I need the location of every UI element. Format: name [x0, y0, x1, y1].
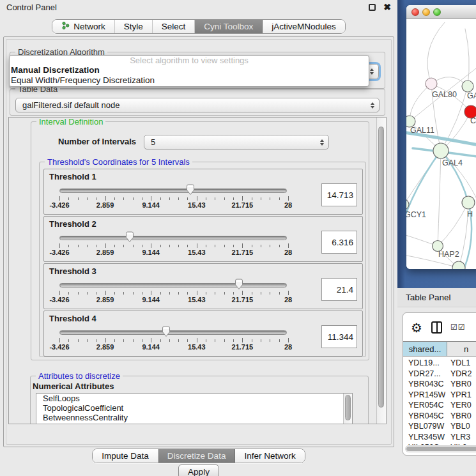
table-row[interactable]: YER054CYER0	[403, 400, 476, 411]
attribute-item[interactable]: SelfLoops	[36, 394, 352, 403]
table-row[interactable]: YPR145WYPR1	[403, 390, 476, 401]
desktop-right: GAL80GACGAL11GAL4GCY1HHAP2 Table Panel ⚙…	[397, 0, 476, 476]
algorithm-option[interactable]: Equal Width/Frequency Discretization	[10, 75, 369, 86]
cyni-toolbox-panel: Discretization Algorithm Table Data galF…	[3, 36, 394, 447]
threshold-2-box: Threshold 2-3.4262.8599.14415.4321.71528…	[43, 216, 363, 262]
combo-stepper-icon	[370, 65, 374, 79]
slider-tick-labels: -3.4262.8599.14415.4321.71528	[59, 296, 288, 303]
tab-label: Style	[124, 22, 143, 31]
algorithm-option[interactable]: Manual Discretization	[10, 65, 369, 75]
tab-label: Discretize Data	[167, 451, 226, 461]
minimize-traffic-light-icon[interactable]	[422, 8, 430, 16]
network-node[interactable]	[452, 261, 465, 269]
node-label: GAL80	[432, 90, 457, 99]
network-edge	[438, 203, 468, 246]
column-header[interactable]: n	[447, 342, 476, 356]
group-title: Attributes to discretize	[36, 371, 123, 381]
tab-label: Infer Network	[244, 451, 295, 461]
slider-track[interactable]	[59, 236, 287, 240]
slider-thumb-icon[interactable]	[125, 231, 135, 243]
slider-ticks	[59, 291, 288, 296]
tab-cyni-toolbox[interactable]: Cyni Toolbox	[195, 20, 263, 33]
threshold-slider[interactable]: -3.4262.8599.14415.4321.715286.316	[44, 217, 362, 261]
node-label: C	[470, 116, 476, 125]
close-traffic-light-icon[interactable]	[411, 8, 419, 16]
apply-button[interactable]: Apply	[178, 464, 219, 476]
column-header[interactable]: shared...	[403, 342, 447, 356]
network-node[interactable]	[462, 81, 473, 92]
slider-track[interactable]	[59, 330, 287, 335]
table-row[interactable]: YDL19...YDL1	[403, 358, 476, 369]
attribute-item[interactable]: TopologicalCoefficient	[36, 403, 352, 413]
threshold-slider[interactable]: -3.4262.8599.14415.4321.7152814.713	[44, 169, 362, 214]
tab-label: jActiveMNodules	[272, 22, 336, 31]
tab-label: Network	[73, 22, 105, 31]
network-canvas[interactable]: GAL80GACGAL11GAL4GCY1HHAP2	[406, 19, 476, 269]
node-label: GAL11	[410, 126, 434, 135]
slider-track[interactable]	[59, 188, 287, 193]
slider-ticks	[59, 196, 288, 201]
slider-thumb-icon[interactable]	[234, 279, 244, 290]
table-data-combo[interactable]: galFiltered.sif default node	[15, 98, 380, 112]
network-view-window[interactable]: GAL80GACGAL11GAL4GCY1HHAP2	[406, 5, 476, 269]
float-window-icon[interactable]	[369, 4, 376, 11]
top-tab-bar: NetworkStyleSelectCyni ToolboxjActiveMNo…	[0, 19, 397, 34]
slider-tick-labels: -3.4262.8599.14415.4321.71528	[59, 343, 288, 351]
tab-discretize-data[interactable]: Discretize Data	[158, 449, 236, 463]
tab-select[interactable]: Select	[153, 20, 196, 33]
threshold-slider[interactable]: -3.4262.8599.14415.4321.7152811.344	[44, 311, 362, 356]
slider-thumb-icon[interactable]	[186, 184, 196, 196]
list-scrollbar[interactable]	[343, 394, 352, 424]
slider-ticks	[59, 338, 288, 343]
network-edge	[438, 151, 441, 246]
network-edge	[410, 84, 431, 121]
tab-style[interactable]: Style	[115, 20, 153, 33]
numerical-attributes-list[interactable]: SelfLoopsTopologicalCoefficientBetweenne…	[36, 393, 353, 424]
numerical-attributes-label: Numerical Attributes	[33, 381, 114, 391]
interval-definition-group: Interval Definition Number of Intervals …	[31, 121, 369, 360]
threshold-value-field[interactable]: 14.713	[321, 183, 357, 206]
network-edge	[465, 29, 469, 86]
group-title: Interval Definition	[36, 117, 105, 127]
table-toolbar: ⚙ ☑☑	[403, 316, 476, 341]
table-row[interactable]: YDR27...YDR2	[403, 369, 476, 380]
control-panel-titlebar: Control Panel ✖	[0, 0, 397, 14]
table-row[interactable]: YBR043CYBR0	[403, 379, 476, 390]
algorithm-dropdown-popup: Select algorithm to view settings Manual…	[9, 55, 369, 87]
tab-infer-network[interactable]: Infer Network	[235, 449, 304, 463]
attribute-item[interactable]: BetweennessCentrality	[36, 413, 352, 422]
network-node[interactable]	[462, 196, 475, 209]
node-label: GAL4	[442, 158, 463, 167]
table-panel-area: ⚙ ☑☑ shared...n YDL19...YDL1YDR27...YDR2…	[397, 307, 476, 476]
slider-track[interactable]	[59, 283, 287, 288]
table-row[interactable]: YBL079WYBL0	[403, 421, 476, 432]
threshold-value-field[interactable]: 21.4	[321, 278, 357, 301]
table-header: shared...n	[403, 341, 476, 357]
threshold-3-box: Threshold 3-3.4262.8599.14415.4321.71528…	[43, 263, 363, 309]
tab-label: Impute Data	[102, 451, 149, 461]
main-scrollbar[interactable]	[376, 118, 386, 424]
combo-stepper-icon	[371, 98, 374, 112]
table-row[interactable]: YLR345WYLR3	[403, 432, 476, 443]
tab-impute-data[interactable]: Impute Data	[93, 449, 158, 463]
slider-thumb-icon[interactable]	[162, 326, 171, 337]
threshold-value-field[interactable]: 11.344	[321, 325, 357, 348]
tab-jactivemnodules[interactable]: jActiveMNodules	[263, 20, 345, 33]
table-horizontal-scrollbar[interactable]	[405, 445, 476, 452]
number-of-intervals-combo[interactable]: 5	[144, 135, 329, 150]
tab-network[interactable]: Network	[52, 20, 115, 33]
close-icon[interactable]: ✖	[383, 4, 391, 11]
threshold-slider[interactable]: -3.4262.8599.14415.4321.7152821.4	[44, 264, 362, 309]
table-row[interactable]: YIL052CYIL0	[403, 442, 476, 445]
zoom-traffic-light-icon[interactable]	[433, 8, 441, 16]
select-columns-icon[interactable]: ☑☑	[450, 323, 466, 332]
threshold-value-field[interactable]: 6.316	[321, 231, 357, 254]
network-node[interactable]	[426, 78, 437, 89]
table-row[interactable]: YBR045CYBR0	[403, 411, 476, 422]
network-node[interactable]	[433, 143, 449, 158]
slider-tick-labels: -3.4262.8599.14415.4321.71528	[59, 201, 288, 209]
split-columns-icon[interactable]	[431, 321, 442, 334]
combo-stepper-icon	[320, 135, 324, 149]
gear-icon[interactable]: ⚙	[411, 319, 422, 336]
table-panel-title: Table Panel	[406, 293, 451, 302]
